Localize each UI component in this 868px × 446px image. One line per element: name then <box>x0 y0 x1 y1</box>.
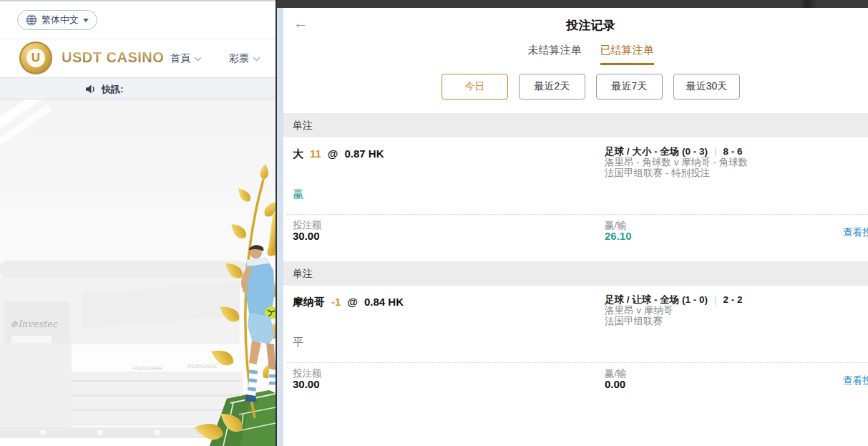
record-type-label: 单注 <box>283 261 313 286</box>
language-selector[interactable]: 繁体中文 <box>17 10 97 30</box>
view-bet-link[interactable]: 查看投注 <box>843 374 868 387</box>
divider: | <box>714 146 717 157</box>
tab-bar: 未结算注单 已结算注单 <box>298 44 868 65</box>
page-title: 投注记录 <box>298 17 868 34</box>
bet-selection: 摩纳哥 <box>293 296 325 308</box>
stake-value: 30.00 <box>293 230 320 242</box>
bet-selection-line: 大11@0.87 HK <box>293 147 384 161</box>
fixture-label: 洛里昂 - 角球数 v 摩纳哥 - 角球数 <box>605 157 748 168</box>
logo-letter: U <box>26 49 45 67</box>
brush-streaks <box>0 100 67 155</box>
roof-banner-text: PEDIGREE <box>187 363 218 369</box>
nav-item-lottery[interactable]: 彩票 <box>229 52 260 65</box>
tab-unsettled[interactable]: 未结算注单 <box>528 44 582 65</box>
at-symbol: @ <box>347 296 358 308</box>
globe-icon <box>26 14 37 26</box>
filter-last7-button[interactable]: 最近7天 <box>596 74 663 100</box>
filter-last2-button[interactable]: 最近2天 <box>519 74 585 100</box>
filter-last30-button[interactable]: 最近30天 <box>673 74 740 100</box>
bet-points: 11 <box>310 147 321 160</box>
league-label: 法国甲组联赛 <box>605 316 743 326</box>
chevron-down-icon <box>194 57 202 62</box>
app-screen: 繁体中文 U USDT CASINO 首頁 彩票 <box>0 0 868 446</box>
market-label: 足球 / 大小 - 全场 (0 - 3) <box>605 146 708 157</box>
bet-history-panel: ← 投注记录 未结算注单 已结算注单 今日 最近2天 最近7天 最近30天 单注 <box>283 8 868 446</box>
betting-region: ← 投注记录 未结算注单 已结算注单 今日 最近2天 最近7天 最近30天 单注 <box>277 0 868 446</box>
stadium-watermark: ⊕Investec <box>10 319 59 329</box>
market-label: 足球 / 让球 - 全场 (1 - 0) <box>605 294 708 305</box>
brand-logo-icon[interactable]: U <box>19 42 52 74</box>
match-info: 足球 / 大小 - 全场 (0 - 3)|8 - 6 洛里昂 - 角球数 v 摩… <box>605 146 748 178</box>
match-info: 足球 / 让球 - 全场 (1 - 0)|2 - 2 洛里昂 v 摩纳哥 法国甲… <box>605 294 743 326</box>
league-label: 法国甲组联赛 - 特别投注 <box>605 168 748 178</box>
record-type-label: 单注 <box>283 113 313 137</box>
stake-value: 30.00 <box>293 378 320 390</box>
filter-today-button[interactable]: 今日 <box>442 74 508 100</box>
bet-points: -1 <box>331 296 341 308</box>
match-score: 2 - 2 <box>723 294 743 305</box>
bet-odds: 0.87 HK <box>345 147 384 160</box>
winloss-value: 26.10 <box>605 230 632 242</box>
brand-name[interactable]: USDT CASINO <box>62 49 164 66</box>
news-ticker-bar: 快訊: <box>0 77 275 100</box>
winloss-value: 0.00 <box>605 378 625 390</box>
top-dark-bar <box>277 0 868 8</box>
site-header: U USDT CASINO 首頁 彩票 <box>0 39 275 77</box>
nav-lottery-label: 彩票 <box>229 52 249 65</box>
record-type-bar: 单注 <box>283 113 868 137</box>
date-filter-bar: 今日 最近2天 最近7天 最近30天 <box>298 74 868 100</box>
speaker-icon <box>86 84 97 94</box>
nav-home-label: 首頁 <box>170 52 190 65</box>
tab-settled[interactable]: 已结算注单 <box>600 44 654 65</box>
hero-banner: ⊕Investec PEDIGREE PEDIGREE <box>0 100 275 446</box>
ticker-label: 快訊: <box>102 83 123 96</box>
roof-banner-text: PEDIGREE <box>133 365 163 372</box>
result-badge: 赢 <box>293 188 303 201</box>
stadium-backdrop: ⊕Investec PEDIGREE PEDIGREE <box>0 261 247 438</box>
nav-item-home[interactable]: 首頁 <box>170 52 202 65</box>
dotted-separator <box>287 214 868 215</box>
language-bar: 繁体中文 <box>0 1 275 39</box>
fixture-label: 洛里昂 v 摩纳哥 <box>605 305 743 316</box>
hero-illustration: ⊕Investec PEDIGREE PEDIGREE <box>0 100 275 446</box>
caret-down-icon <box>83 19 89 22</box>
bet-selection-line: 摩纳哥-1@0.84 HK <box>293 296 404 309</box>
site-left-panel: 繁体中文 U USDT CASINO 首頁 彩票 <box>0 0 275 446</box>
topbar-notch <box>800 0 817 8</box>
records-list: 单注 大11@0.87 HK 足球 / 大小 - 全场 (0 - 3)|8 - … <box>283 113 868 446</box>
record-type-bar: 单注 <box>283 261 868 286</box>
chevron-down-icon <box>253 57 260 62</box>
at-symbol: @ <box>328 147 338 160</box>
view-bet-link[interactable]: 查看投注 <box>843 226 868 239</box>
bet-record: 大11@0.87 HK 足球 / 大小 - 全场 (0 - 3)|8 - 6 洛… <box>283 137 868 261</box>
match-score: 8 - 6 <box>723 146 743 157</box>
bet-odds: 0.84 HK <box>364 296 404 308</box>
result-badge: 平 <box>293 336 303 349</box>
betting-backdrop: ← 投注记录 未结算注单 已结算注单 今日 最近2天 最近7天 最近30天 单注 <box>277 8 868 446</box>
language-label: 繁体中文 <box>42 14 79 26</box>
bet-record: 摩纳哥-1@0.84 HK 足球 / 让球 - 全场 (1 - 0)|2 - 2… <box>283 286 868 446</box>
divider: | <box>714 294 717 305</box>
dotted-separator <box>287 362 868 363</box>
bet-selection: 大 <box>293 147 303 160</box>
